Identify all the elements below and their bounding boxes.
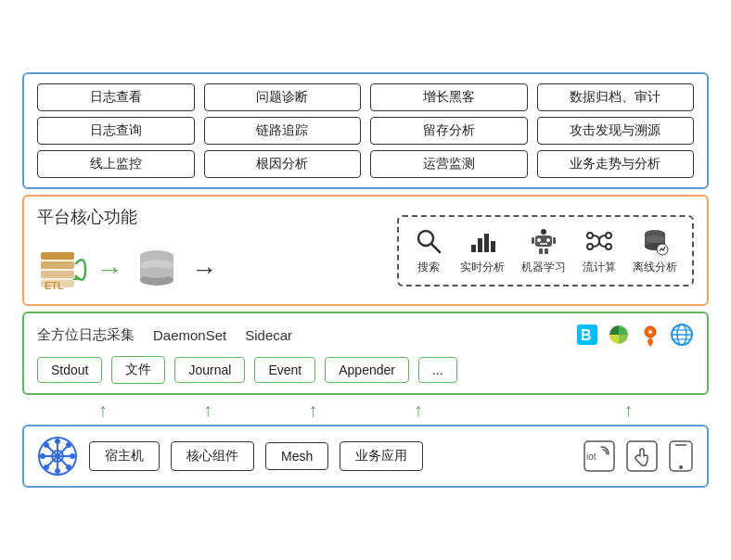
top-item: 日志查询: [37, 117, 195, 145]
top-item: 数据归档、审计: [537, 83, 695, 111]
svg-point-21: [546, 238, 550, 242]
up-arrow-2: ↑: [203, 401, 212, 419]
svg-rect-17: [491, 241, 495, 252]
capability-chart: 实时分析: [460, 226, 505, 275]
capability-label-search: 搜索: [417, 260, 440, 275]
collection-header: 全方位日志采集 DaemonSet Sidecar B: [37, 323, 694, 347]
globe-icon: [670, 323, 694, 347]
robot-svg: [529, 226, 558, 256]
svg-point-30: [606, 244, 611, 249]
flow-svg: [584, 226, 614, 256]
top-item: 链路追踪: [204, 117, 362, 145]
bottom-mesh: Mesh: [265, 442, 328, 470]
db-icon-box: [132, 245, 182, 295]
top-item: 运营监测: [370, 150, 528, 178]
db-svg: [132, 245, 182, 295]
top-item: 根因分析: [204, 150, 362, 178]
main-container: 日志查看 问题诊断 增长黑客 数据归档、审计 日志查询 链路追踪 留存分析 攻击…: [13, 63, 718, 497]
capability-label-flow: 流计算: [583, 260, 616, 275]
svg-point-56: [66, 465, 71, 470]
black-arrow: →: [191, 255, 217, 285]
capabilities-box: 搜索 实时分析: [397, 215, 694, 286]
svg-point-29: [587, 244, 593, 249]
kubernetes-icon: [37, 436, 78, 477]
collect-event: Event: [254, 357, 315, 383]
daemonset-label: DaemonSet: [153, 327, 226, 343]
top-item: 线上监控: [37, 150, 195, 178]
offline-svg: [640, 226, 670, 256]
collect-journal: Journal: [174, 357, 245, 383]
top-item: 攻击发现与溯源: [537, 117, 695, 145]
collect-file: 文件: [111, 356, 165, 384]
up-arrow-6: ↑: [623, 401, 633, 419]
bottom-host: 宿主机: [89, 441, 160, 471]
svg-rect-1: [41, 252, 74, 260]
up-arrow-3: ↑: [308, 401, 317, 419]
svg-rect-2: [41, 261, 74, 269]
arrows-row-bottom: ↑ ↑ ↑ ↑ ↑ ↑: [22, 401, 709, 419]
etl-icon-box: ETL: [37, 245, 87, 295]
capability-flow: 流计算: [583, 226, 616, 275]
svg-point-27: [587, 233, 593, 238]
iot-icon: iot: [583, 439, 616, 473]
svg-rect-23: [545, 248, 548, 254]
bottom-right: iot: [583, 439, 694, 473]
pie-icon: [607, 323, 631, 347]
collection-section: 全方位日志采集 DaemonSet Sidecar B: [22, 312, 709, 395]
svg-rect-61: [627, 441, 657, 471]
collection-items: Stdout 文件 Journal Event Appender ...: [37, 356, 694, 384]
etl-svg: ETL: [37, 245, 87, 295]
top-item: 日志查看: [37, 83, 195, 111]
up-arrow-1: ↑: [98, 401, 108, 419]
etl-area: ETL →: [37, 245, 219, 295]
middle-section: 平台核心功能 ETL: [22, 195, 709, 306]
right-arrow: →: [96, 255, 122, 285]
bottom-section: 宿主机 核心组件 Mesh 业务应用 iot: [22, 425, 709, 488]
svg-point-34: [645, 235, 665, 243]
svg-point-57: [66, 442, 71, 448]
collect-stdout: Stdout: [37, 357, 102, 383]
search-svg: [414, 226, 443, 256]
collect-more: ...: [418, 357, 457, 383]
svg-point-51: [55, 439, 60, 444]
svg-rect-22: [539, 248, 543, 254]
middle-left: 平台核心功能 ETL: [37, 206, 219, 295]
chart-svg: [468, 226, 497, 256]
touch-icon: [625, 439, 659, 473]
top-item: 留存分析: [370, 117, 528, 145]
top-item: 增长黑客: [370, 83, 528, 111]
top-item: 问题诊断: [204, 83, 362, 111]
collect-appender: Appender: [325, 357, 409, 383]
svg-text:B: B: [581, 327, 592, 343]
svg-text:ETL: ETL: [45, 280, 64, 291]
capability-robot: 机器学习: [521, 226, 566, 275]
svg-rect-24: [532, 237, 534, 244]
svg-rect-25: [553, 237, 556, 244]
brand-icons: B: [575, 323, 694, 347]
capability-search: 搜索: [414, 226, 443, 275]
svg-text:iot: iot: [586, 452, 596, 462]
svg-line-13: [431, 244, 440, 252]
svg-rect-15: [478, 238, 482, 252]
bottom-core: 核心组件: [171, 441, 254, 471]
svg-point-63: [679, 465, 683, 469]
sidecar-label: Sidecar: [245, 327, 292, 343]
svg-rect-14: [471, 245, 476, 252]
collection-title: 全方位日志采集: [37, 326, 135, 344]
capability-label-chart: 实时分析: [460, 260, 505, 275]
beats-icon: B: [575, 323, 599, 347]
capability-label-robot: 机器学习: [521, 260, 566, 275]
svg-point-53: [40, 453, 45, 459]
svg-point-58: [44, 465, 49, 470]
top-section: 日志查看 问题诊断 增长黑客 数据归档、审计 日志查询 链路追踪 留存分析 攻击…: [22, 72, 709, 189]
svg-point-18: [541, 229, 546, 235]
capability-offline: 离线分析: [633, 226, 677, 275]
location-icon: [638, 323, 662, 347]
svg-point-39: [648, 330, 652, 334]
svg-point-11: [140, 267, 173, 278]
svg-point-54: [70, 453, 75, 459]
svg-rect-16: [484, 234, 489, 252]
svg-rect-3: [41, 271, 74, 278]
top-item: 业务走势与分析: [537, 150, 695, 178]
svg-point-28: [606, 233, 611, 238]
